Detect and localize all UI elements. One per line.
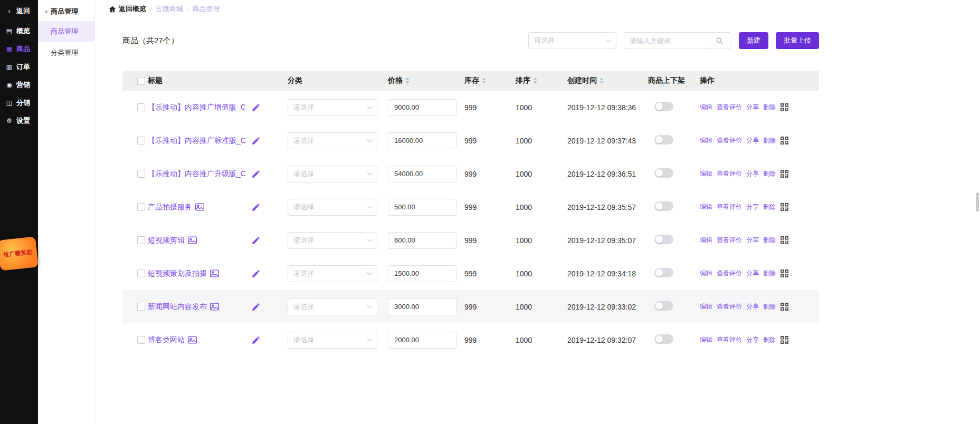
product-title-link[interactable]: 【乐推动】内容推广增值版_C3...: [148, 103, 246, 112]
shelf-toggle[interactable]: [654, 135, 673, 144]
sidebar-item-distribution[interactable]: ◫ 分销: [0, 94, 38, 112]
qrcode-icon[interactable]: [781, 236, 788, 244]
shelf-toggle[interactable]: [654, 235, 673, 244]
row-checkbox[interactable]: [137, 137, 145, 144]
share-action[interactable]: 分享: [746, 136, 759, 145]
product-title-link[interactable]: 产品拍摄服务: [148, 203, 192, 212]
sidebar-item-overview[interactable]: ▤ 概览: [0, 22, 38, 40]
category-select[interactable]: 请选择: [288, 298, 377, 315]
row-checkbox[interactable]: [137, 103, 145, 111]
view-reviews-action[interactable]: 查看评价: [717, 203, 742, 211]
share-action[interactable]: 分享: [746, 302, 759, 311]
shelf-toggle[interactable]: [654, 102, 673, 111]
category-select[interactable]: 请选择: [288, 166, 377, 182]
category-select[interactable]: 请选择: [288, 99, 377, 116]
shelf-toggle[interactable]: [654, 334, 673, 344]
edit-pencil-icon[interactable]: [251, 269, 261, 278]
edit-pencil-icon[interactable]: [251, 302, 261, 312]
promo-badge[interactable]: 推广赚奖励: [0, 236, 39, 271]
price-input[interactable]: [388, 332, 456, 349]
row-checkbox[interactable]: [137, 336, 145, 344]
category-select[interactable]: 请选择: [288, 232, 377, 249]
edit-action[interactable]: 编辑: [700, 103, 712, 112]
category-select[interactable]: 请选择: [288, 332, 377, 349]
view-reviews-action[interactable]: 查看评价: [717, 103, 742, 112]
share-action[interactable]: 分享: [746, 335, 759, 344]
price-input[interactable]: [388, 298, 456, 315]
row-checkbox[interactable]: [137, 170, 145, 178]
shelf-toggle[interactable]: [654, 301, 673, 311]
price-input[interactable]: [388, 232, 456, 249]
share-action[interactable]: 分享: [746, 269, 759, 278]
edit-pencil-icon[interactable]: [251, 103, 261, 112]
delete-action[interactable]: 删除: [763, 103, 776, 112]
search-button[interactable]: [708, 32, 731, 49]
delete-action[interactable]: 删除: [763, 335, 776, 344]
submenu-group-header[interactable]: ∧ 商品管理: [38, 2, 94, 21]
stock-sort-icon[interactable]: [482, 78, 486, 84]
delete-action[interactable]: 删除: [763, 169, 776, 178]
sidebar-item-chevron-left[interactable]: ‹ 返回: [0, 2, 38, 20]
search-input[interactable]: [624, 32, 708, 49]
share-action[interactable]: 分享: [746, 203, 759, 211]
breadcrumb-home-link[interactable]: 返回概览: [109, 4, 146, 14]
category-select[interactable]: 请选择: [288, 265, 377, 282]
qrcode-icon[interactable]: [781, 203, 788, 211]
edit-pencil-icon[interactable]: [251, 203, 261, 212]
filter-select[interactable]: 请选择: [528, 32, 616, 49]
select-all-checkbox[interactable]: [137, 77, 145, 85]
edit-action[interactable]: 编辑: [700, 136, 712, 145]
price-input[interactable]: [388, 132, 456, 149]
edit-action[interactable]: 编辑: [700, 302, 712, 311]
new-button[interactable]: 新建: [739, 32, 768, 49]
edit-action[interactable]: 编辑: [700, 335, 712, 344]
price-input[interactable]: [388, 99, 456, 116]
qrcode-icon[interactable]: [781, 269, 788, 277]
edit-action[interactable]: 编辑: [700, 269, 712, 278]
sidebar-item-orders[interactable]: ▥ 订单: [0, 58, 38, 76]
edit-pencil-icon[interactable]: [251, 236, 261, 245]
created-sort-icon[interactable]: [600, 78, 604, 84]
submenu-item[interactable]: 分类管理: [38, 42, 94, 63]
product-title-link[interactable]: 短视频策划及拍摄: [148, 269, 207, 278]
scrollbar-thumb[interactable]: [976, 192, 979, 211]
qrcode-icon[interactable]: [781, 303, 788, 311]
sidebar-item-goods[interactable]: ▦ 商品: [0, 40, 38, 58]
view-reviews-action[interactable]: 查看评价: [717, 269, 742, 278]
price-input[interactable]: [388, 166, 456, 182]
view-reviews-action[interactable]: 查看评价: [717, 136, 742, 145]
edit-action[interactable]: 编辑: [700, 203, 712, 211]
delete-action[interactable]: 删除: [763, 236, 776, 245]
delete-action[interactable]: 删除: [763, 302, 776, 311]
share-action[interactable]: 分享: [746, 103, 759, 112]
view-reviews-action[interactable]: 查看评价: [717, 335, 742, 344]
edit-pencil-icon[interactable]: [251, 136, 261, 146]
delete-action[interactable]: 删除: [763, 136, 776, 145]
shelf-toggle[interactable]: [654, 201, 673, 211]
product-title-link[interactable]: 新闻网站内容发布: [148, 302, 207, 312]
qrcode-icon[interactable]: [781, 137, 788, 144]
product-title-link[interactable]: 【乐推动】内容推广标准版_C1...: [148, 136, 246, 146]
row-checkbox[interactable]: [137, 203, 145, 211]
edit-pencil-icon[interactable]: [251, 169, 261, 179]
sidebar-item-marketing[interactable]: ◉ 营销: [0, 76, 38, 94]
price-input[interactable]: [388, 265, 456, 282]
breadcrumb-crumb[interactable]: 商品管理: [192, 4, 220, 14]
category-select[interactable]: 请选择: [288, 199, 377, 216]
edit-pencil-icon[interactable]: [251, 335, 261, 345]
qrcode-icon[interactable]: [781, 336, 788, 344]
share-action[interactable]: 分享: [746, 236, 759, 245]
submenu-item[interactable]: 商品管理: [38, 21, 94, 42]
row-checkbox[interactable]: [137, 236, 145, 244]
view-reviews-action[interactable]: 查看评价: [717, 302, 742, 311]
price-input[interactable]: [388, 199, 456, 216]
edit-action[interactable]: 编辑: [700, 236, 712, 245]
row-checkbox[interactable]: [137, 303, 145, 311]
delete-action[interactable]: 删除: [763, 269, 776, 278]
category-select[interactable]: 请选择: [288, 132, 377, 149]
share-action[interactable]: 分享: [746, 169, 759, 178]
shelf-toggle[interactable]: [654, 168, 673, 178]
view-reviews-action[interactable]: 查看评价: [717, 236, 742, 245]
batch-upload-button[interactable]: 批量上传: [776, 32, 819, 49]
product-title-link[interactable]: 博客类网站: [148, 335, 185, 345]
